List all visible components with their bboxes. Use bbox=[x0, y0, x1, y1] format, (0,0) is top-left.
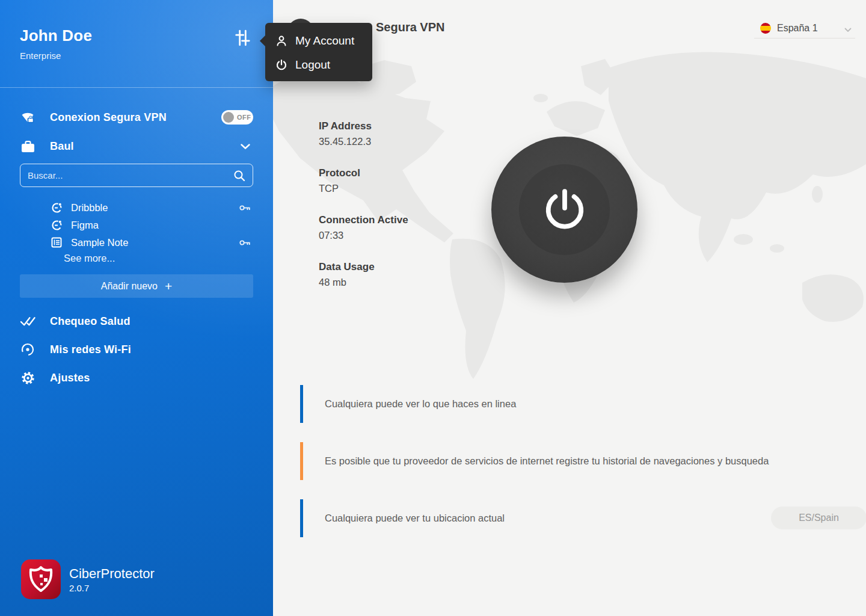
info-value: 07:33 bbox=[319, 230, 408, 241]
menu-item-my-account[interactable]: My Account bbox=[265, 29, 372, 53]
notice-text: Cualquiera puede ver lo que haces en lin… bbox=[325, 398, 516, 410]
menu-item-logout[interactable]: Logout bbox=[265, 53, 372, 77]
chevron-down-icon bbox=[844, 24, 852, 35]
info-label: Connection Active bbox=[319, 214, 408, 226]
notice-text: Es posible que tu proveedor de servicios… bbox=[325, 455, 769, 467]
menu-item-label: Logout bbox=[295, 58, 330, 72]
info-label: Data Usage bbox=[319, 261, 375, 273]
see-more-link[interactable]: See more... bbox=[64, 253, 115, 264]
sidebar-header: John Doe Enterprise bbox=[0, 0, 273, 87]
wifi-lock-icon bbox=[20, 109, 35, 125]
add-new-label: Añadir nuevo bbox=[101, 281, 158, 292]
menu-item-label: My Account bbox=[295, 34, 354, 48]
server-selector[interactable]: España 1 bbox=[754, 18, 855, 38]
globe-icon bbox=[51, 202, 63, 214]
sidebar-item-label: Chequeo Salud bbox=[50, 315, 131, 328]
info-field-ip: IP Address 35.45.122.3 bbox=[319, 120, 372, 147]
vault-item-sample-note[interactable]: Sample Note bbox=[0, 235, 273, 250]
search-input[interactable] bbox=[20, 170, 233, 180]
info-value: 35.45.122.3 bbox=[319, 136, 372, 147]
sidebar-item-label: Mis redes Wi-Fi bbox=[50, 343, 131, 356]
app-name: CiberProtector bbox=[69, 566, 155, 582]
vault-item-label: Dribbble bbox=[71, 202, 108, 214]
info-field-connection-active: Connection Active 07:33 bbox=[319, 214, 408, 241]
info-label: IP Address bbox=[319, 120, 372, 132]
user-name: John Doe bbox=[20, 26, 92, 45]
notice-accent-bar bbox=[300, 385, 303, 423]
vpn-app-window: John Doe Enterprise bbox=[0, 0, 866, 616]
spain-flag-icon bbox=[760, 23, 771, 34]
sidebar-item-wifi-networks[interactable]: Mis redes Wi-Fi bbox=[0, 339, 273, 360]
sidebar-item-vault[interactable]: Baul bbox=[0, 136, 273, 156]
page-title: Segura VPN bbox=[376, 20, 444, 34]
briefcase-icon bbox=[20, 139, 35, 154]
vpn-toggle-knob bbox=[223, 112, 234, 123]
info-field-protocol: Protocol TCP bbox=[319, 167, 360, 194]
privacy-notice: Cualquiera puede ver lo que haces en lin… bbox=[300, 385, 841, 423]
notice-accent-bar bbox=[300, 442, 303, 480]
info-value: 48 mb bbox=[319, 277, 375, 288]
double-check-icon bbox=[20, 316, 35, 327]
vpn-toggle[interactable]: OFF bbox=[221, 110, 253, 125]
user-plan: Enterprise bbox=[20, 51, 61, 61]
connect-power-button[interactable] bbox=[491, 137, 637, 283]
sliders-icon[interactable] bbox=[233, 29, 251, 47]
sidebar-item-label: Ajustes bbox=[50, 372, 90, 384]
sidebar: John Doe Enterprise bbox=[0, 0, 273, 616]
info-label: Protocol bbox=[319, 167, 360, 179]
location-pill-button[interactable]: ES/Spain bbox=[771, 507, 866, 529]
gear-icon bbox=[20, 371, 35, 386]
vault-item-figma[interactable]: Figma bbox=[0, 217, 273, 233]
sidebar-divider bbox=[0, 87, 273, 88]
note-icon bbox=[51, 237, 63, 248]
server-selector-label: España 1 bbox=[777, 23, 818, 34]
power-icon bbox=[275, 59, 288, 71]
app-brand: CiberProtector 2.0.7 bbox=[21, 559, 155, 599]
add-new-button[interactable]: Añadir nuevo + bbox=[20, 274, 253, 298]
key-icon[interactable] bbox=[239, 205, 251, 211]
sidebar-item-settings[interactable]: Ajustes bbox=[0, 368, 273, 388]
sidebar-item-vault-label: Baul bbox=[50, 140, 74, 153]
main-panel: Segura VPN España 1 My Account bbox=[273, 0, 866, 616]
key-icon[interactable] bbox=[239, 239, 251, 246]
sidebar-item-vpn[interactable]: Conexion Segura VPN OFF bbox=[0, 107, 273, 128]
info-field-data-usage: Data Usage 48 mb bbox=[319, 261, 375, 288]
power-icon bbox=[519, 164, 610, 255]
privacy-notice: Es posible que tu proveedor de servicios… bbox=[300, 442, 841, 480]
vault-item-dribbble[interactable]: Dribbble bbox=[0, 200, 273, 215]
ciberprotector-logo-icon bbox=[21, 559, 61, 599]
broadcast-icon bbox=[20, 342, 35, 357]
vpn-toggle-label: OFF bbox=[237, 114, 251, 121]
sidebar-item-vpn-label: Conexion Segura VPN bbox=[50, 111, 167, 124]
vault-search bbox=[20, 164, 253, 187]
globe-icon bbox=[51, 220, 63, 231]
sidebar-item-health-check[interactable]: Chequeo Salud bbox=[0, 311, 273, 331]
search-icon[interactable] bbox=[233, 170, 245, 182]
info-value: TCP bbox=[319, 183, 360, 194]
privacy-notice: Cualquiera puede ver tu ubicacion actual… bbox=[300, 499, 841, 537]
person-icon bbox=[275, 35, 288, 47]
vault-item-label: Figma bbox=[71, 220, 99, 231]
notice-text: Cualquiera puede ver tu ubicacion actual bbox=[325, 513, 505, 524]
chevron-down-icon[interactable] bbox=[241, 141, 250, 152]
vault-item-label: Sample Note bbox=[71, 237, 128, 248]
app-version: 2.0.7 bbox=[69, 583, 155, 593]
notice-accent-bar bbox=[300, 499, 303, 537]
user-menu: My Account Logout bbox=[265, 23, 372, 81]
